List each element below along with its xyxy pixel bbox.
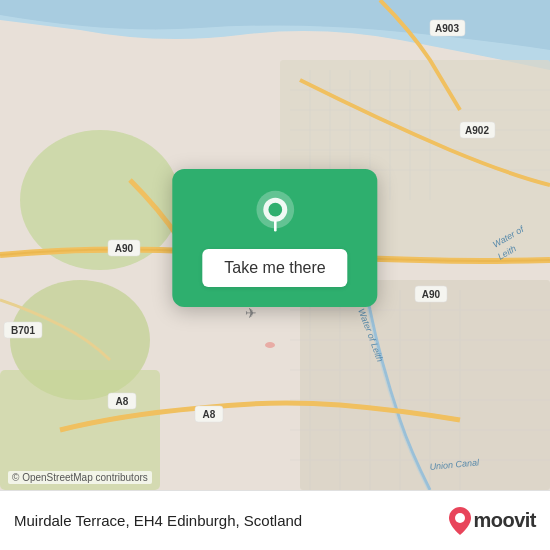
map-attribution: © OpenStreetMap contributors [8, 471, 152, 484]
map-container: Water of Leith Water of Leith Union Cana… [0, 0, 550, 490]
take-me-there-button[interactable]: Take me there [202, 249, 347, 287]
svg-text:A90: A90 [422, 289, 441, 300]
location-pin-icon [251, 189, 299, 237]
svg-text:A8: A8 [116, 396, 129, 407]
svg-point-57 [455, 513, 465, 523]
svg-text:✈: ✈ [245, 305, 257, 321]
svg-text:A8: A8 [203, 409, 216, 420]
moovit-name: moovit [473, 509, 536, 532]
moovit-pin-icon [449, 507, 471, 535]
navigation-card: Take me there [172, 169, 377, 307]
svg-text:A902: A902 [465, 125, 489, 136]
svg-text:B701: B701 [11, 325, 35, 336]
bottom-bar: Muirdale Terrace, EH4 Edinburgh, Scotlan… [0, 490, 550, 550]
svg-rect-5 [300, 280, 550, 490]
svg-point-53 [265, 342, 275, 348]
location-label: Muirdale Terrace, EH4 Edinburgh, Scotlan… [14, 512, 302, 529]
svg-text:A90: A90 [115, 243, 134, 254]
moovit-logo: moovit [449, 507, 536, 535]
svg-point-56 [268, 203, 282, 217]
svg-text:A903: A903 [435, 23, 459, 34]
